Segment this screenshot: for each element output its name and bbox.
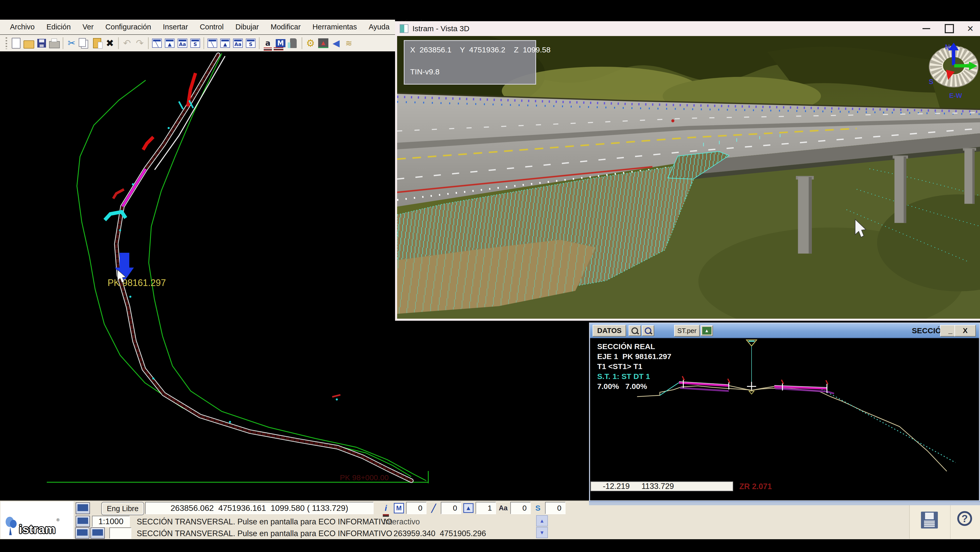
main-toolbar: ✂✖↶↷╲▲AaS╲▲AaSaM⚙▲◀≋ <box>0 35 395 51</box>
open-file-button-button[interactable] <box>22 36 35 51</box>
edit-text-tool-button[interactable]: Aa <box>232 36 244 51</box>
istram-application: ArchivoEdiciónVerConfiguraciónInsertarCo… <box>0 0 980 552</box>
vista3d-titlebar[interactable]: Istram - Vista 3D × <box>395 21 980 36</box>
copy-button-icon <box>79 38 86 47</box>
scale-box[interactable]: 1:1000 <box>92 516 130 527</box>
settings-grid-tool-button[interactable]: ⚙ <box>304 36 317 51</box>
back-view-tool-button[interactable]: ◀ <box>330 36 342 51</box>
spinner-down-button[interactable]: ▼ <box>536 527 548 538</box>
eng-libre-button[interactable]: Eng Libre <box>101 502 144 515</box>
seccion-titlebar[interactable]: DATOS ST.per ▲ SECCIÓN _ X <box>590 323 979 338</box>
counter-lines[interactable]: 0 <box>441 502 461 514</box>
layers-m-tool-icon: M <box>276 39 285 47</box>
status-message-2: SECCIÓN TRANSVERSAL. Pulse en pantalla p… <box>137 529 392 538</box>
menu-item-modificar[interactable]: Modificar <box>265 23 307 31</box>
menu-item-dibujar[interactable]: Dibujar <box>229 23 265 31</box>
terrain-profile-tool-icon: ▲ <box>318 38 328 48</box>
draw-curve-tool-button[interactable]: S <box>189 36 202 51</box>
text-count-icon[interactable]: Aa <box>497 502 509 514</box>
copy-button-button[interactable] <box>78 36 91 51</box>
terrain-image-icon[interactable]: ▲ <box>701 325 713 336</box>
panel-icon-screen-dark[interactable] <box>75 528 89 539</box>
save-project-button[interactable] <box>921 512 938 528</box>
redo-button-icon: ↷ <box>136 38 143 48</box>
toolbar-separator <box>259 37 259 49</box>
spinner-up-button[interactable]: ▲ <box>536 515 548 527</box>
vista3d-window: Istram - Vista 3D × <box>395 21 980 321</box>
sketch-tool-icon: ≋ <box>345 38 352 48</box>
seccion-content[interactable]: SECCIÓN REAL EJE 1 PK 98161.297 T1 <ST1>… <box>590 338 979 482</box>
menu-item-ver[interactable]: Ver <box>77 23 100 31</box>
coordinate-overlay: X 263856.1 Y 4751936.2 Z 1099.58 TIN-v9.… <box>404 40 536 84</box>
toolbar-grip[interactable] <box>6 37 7 49</box>
toolbar-separator <box>118 37 119 49</box>
m-layers-icon[interactable]: M <box>394 503 404 514</box>
edit-line-tool-button[interactable]: ╲ <box>206 36 219 51</box>
zoom-in-icon[interactable] <box>628 325 641 336</box>
sketch-tool-button[interactable]: ≋ <box>342 36 355 51</box>
curve-count-icon[interactable]: S <box>532 502 544 514</box>
vista3d-viewport[interactable]: N S E-W X 263856.1 Y 4751936.2 Z 1099.58… <box>397 36 980 319</box>
new-document-button-button[interactable] <box>10 36 22 51</box>
seccion-close-button[interactable]: X <box>955 325 976 337</box>
paste-button-button[interactable] <box>91 36 103 51</box>
plan-road-alignment <box>116 55 411 481</box>
minimize-button[interactable] <box>919 21 934 36</box>
panel-icon-screen-draw[interactable] <box>91 528 105 539</box>
counter-fields: i M 0 ╱ 0 ▲ 1 Aa 0 S 0 <box>380 502 565 514</box>
edit-symbol-tool-button[interactable]: ▲ <box>219 36 232 51</box>
istram-logo: istram ® <box>0 501 73 539</box>
panel-icon-print-preview[interactable] <box>76 503 90 514</box>
menu-item-ayuda[interactable]: Ayuda <box>363 23 396 31</box>
close-button[interactable]: × <box>963 21 978 36</box>
delete-button-icon: ✖ <box>106 38 114 49</box>
counter-m[interactable]: 0 <box>406 502 426 514</box>
section-eje-pk: EJE 1 PK 98161.297 <box>597 352 671 361</box>
draw-symbol-tool-button[interactable]: ▲ <box>163 36 176 51</box>
counter-texts[interactable]: 0 <box>510 502 531 514</box>
cut-button-icon: ✂ <box>68 38 75 48</box>
counter-curves[interactable]: 0 <box>545 502 565 514</box>
layers-m-tool-button[interactable]: M <box>274 36 287 51</box>
compass-north-label: N <box>945 43 950 51</box>
plan-markers <box>105 73 340 423</box>
menu-item-archivo[interactable]: Archivo <box>4 23 41 31</box>
overlay-xyz-readout: X 263856.1 Y 4751936.2 Z 1099.58 <box>410 46 535 54</box>
section-offset-value: -12.219 <box>603 482 630 491</box>
zoom-extents-icon[interactable] <box>642 325 654 336</box>
paste-button-icon <box>93 38 101 48</box>
line-count-icon[interactable]: ╱ <box>428 502 439 514</box>
toolbar-separator <box>204 37 204 49</box>
undo-button-button[interactable]: ↶ <box>121 36 134 51</box>
section-info-block: SECCIÓN REAL EJE 1 PK 98161.297 T1 <ST1>… <box>597 341 671 391</box>
menu-item-configuración[interactable]: Configuración <box>99 23 157 31</box>
info-layers-icon[interactable]: i <box>380 502 392 514</box>
stper-button[interactable]: ST.per <box>674 325 699 337</box>
counter-symbols[interactable]: 1 <box>476 502 496 514</box>
maximize-button[interactable] <box>942 21 957 36</box>
edit-curve-tool-button[interactable]: S <box>244 36 257 51</box>
pump-tool-icon <box>290 38 297 48</box>
cut-button-button[interactable]: ✂ <box>65 36 78 51</box>
datos-button[interactable]: DATOS <box>593 325 626 337</box>
panel-icon-screen[interactable] <box>76 516 90 527</box>
symbol-count-icon[interactable]: ▲ <box>463 503 474 513</box>
redo-button-button[interactable]: ↷ <box>134 36 146 51</box>
menu-item-insertar[interactable]: Insertar <box>157 23 194 31</box>
draw-text-tool-button[interactable]: Aa <box>176 36 189 51</box>
menu-item-edición[interactable]: Edición <box>41 23 77 31</box>
vista3d-window-icon <box>400 24 408 33</box>
terrain-profile-tool-button[interactable]: ▲ <box>317 36 330 51</box>
save-button-button[interactable] <box>35 36 48 51</box>
pump-tool-button[interactable] <box>287 36 300 51</box>
delete-button-button[interactable]: ✖ <box>103 36 116 51</box>
menu-item-herramientas[interactable]: Herramientas <box>307 23 363 31</box>
menu-item-control[interactable]: Control <box>194 23 230 31</box>
print-button-button[interactable] <box>48 36 61 51</box>
overlay-tin-version: TIN-v9.8 <box>410 67 535 76</box>
layers-attribute-tool-button[interactable]: a <box>261 36 274 51</box>
section-st: S.T. 1: ST DT 1 <box>597 371 671 381</box>
draw-line-tool-button[interactable]: ╲ <box>151 36 163 51</box>
mode-label: Interactivo <box>383 517 420 527</box>
help-button[interactable]: ? <box>957 511 972 526</box>
